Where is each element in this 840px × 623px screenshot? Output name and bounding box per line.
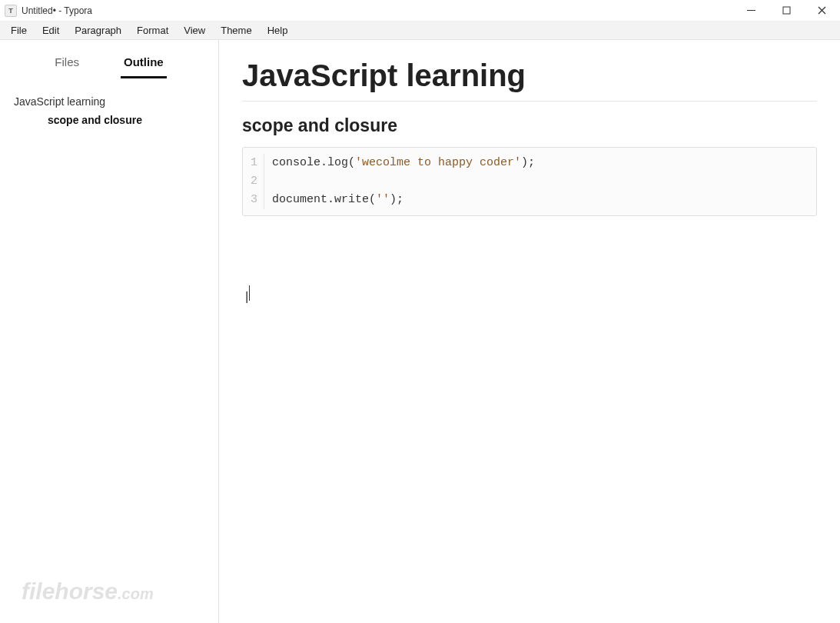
outline-item-h1[interactable]: JavaScript learning xyxy=(6,92,212,111)
watermark: filehorse.com xyxy=(22,578,154,605)
sidebar-tabs: Files Outline xyxy=(0,40,218,78)
heading-2[interactable]: scope and closure xyxy=(242,115,817,136)
code-string: 'wecolme to happy coder' xyxy=(355,156,521,169)
content: Files Outline JavaScript learning scope … xyxy=(0,40,840,623)
close-button[interactable] xyxy=(815,5,828,17)
code-line[interactable]: 1 console.log('wecolme to happy coder'); xyxy=(243,154,816,172)
menu-file[interactable]: File xyxy=(3,23,35,38)
heading-1[interactable]: JavaScript learning xyxy=(242,58,817,102)
menu-theme[interactable]: Theme xyxy=(213,23,259,38)
titlebar: T Untitled• - Typora xyxy=(0,0,840,22)
text-cursor-char: | xyxy=(245,289,248,304)
menu-help[interactable]: Help xyxy=(260,23,296,38)
line-number: 2 xyxy=(243,172,264,191)
app-icon: T xyxy=(5,5,17,17)
menu-view[interactable]: View xyxy=(176,23,213,38)
menu-edit[interactable]: Edit xyxy=(35,23,67,38)
sidebar: Files Outline JavaScript learning scope … xyxy=(0,40,219,623)
menubar: File Edit Paragraph Format View Theme He… xyxy=(0,22,840,40)
tab-files[interactable]: Files xyxy=(51,51,82,78)
code-token: console.log( xyxy=(272,156,355,169)
code-token: document.write( xyxy=(272,193,376,206)
caret-icon xyxy=(249,285,250,301)
editor[interactable]: JavaScript learning scope and closure 1 … xyxy=(219,40,840,623)
outline-list: JavaScript learning scope and closure xyxy=(0,78,218,143)
watermark-main: filehorse xyxy=(22,578,118,604)
tab-outline[interactable]: Outline xyxy=(121,51,167,78)
cursor-paragraph[interactable]: | xyxy=(242,285,817,305)
code-string: '' xyxy=(376,193,390,206)
code-token: ); xyxy=(390,193,403,206)
line-number: 1 xyxy=(243,154,264,172)
maximize-button[interactable] xyxy=(780,5,792,17)
watermark-suffix: .com xyxy=(118,585,154,602)
svg-rect-1 xyxy=(783,7,790,14)
code-token: ); xyxy=(521,156,535,169)
minimize-button[interactable] xyxy=(745,5,757,17)
window-controls xyxy=(745,5,835,17)
outline-item-h2[interactable]: scope and closure xyxy=(6,111,212,129)
window-title: Untitled• - Typora xyxy=(22,5,92,16)
code-line[interactable]: 2 xyxy=(243,172,816,191)
menu-paragraph[interactable]: Paragraph xyxy=(67,23,129,38)
code-block[interactable]: 1 console.log('wecolme to happy coder');… xyxy=(242,147,817,216)
line-number: 3 xyxy=(243,191,264,209)
menu-format[interactable]: Format xyxy=(129,23,176,38)
code-line[interactable]: 3 document.write(''); xyxy=(243,191,816,209)
